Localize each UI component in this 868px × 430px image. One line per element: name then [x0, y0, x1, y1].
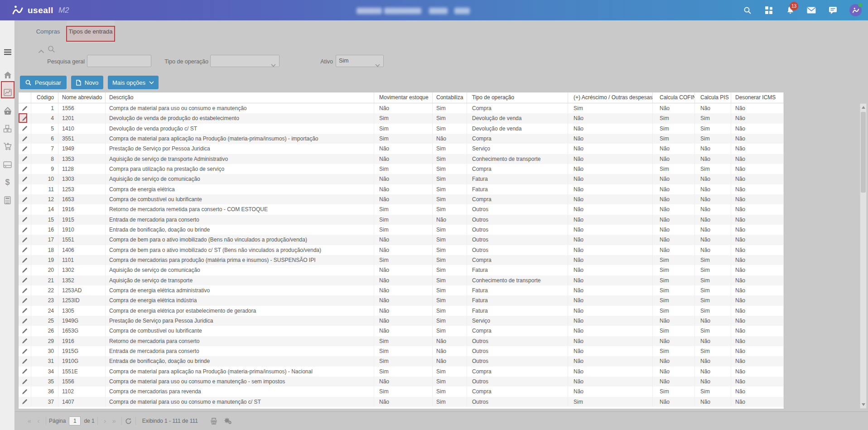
- scroll-down-arrow-icon[interactable]: [862, 403, 865, 406]
- table-row[interactable]: 111253Compra de energia elétricaNãoSimFa…: [19, 184, 784, 194]
- table-row[interactable]: 141916Retorno de mercadoria remetida par…: [19, 204, 784, 214]
- edit-cell[interactable]: [19, 215, 31, 225]
- column-header-codigo[interactable]: Código: [31, 92, 58, 103]
- column-header-descricao[interactable]: Descrição: [106, 92, 374, 103]
- table-row[interactable]: 51410Devolução de venda produção c/ STSi…: [19, 124, 784, 134]
- avatar[interactable]: [849, 4, 862, 16]
- table-row[interactable]: 41201Devolução de venda de produção do e…: [19, 113, 784, 123]
- edit-cell[interactable]: [19, 255, 31, 265]
- cart-plus-icon[interactable]: [0, 141, 15, 152]
- edit-cell[interactable]: [19, 113, 31, 123]
- vertical-scrollbar[interactable]: [860, 103, 867, 409]
- column-header-movimentar-estoque[interactable]: Movimentar estoque: [374, 92, 433, 103]
- next-page-button[interactable]: ›: [101, 416, 110, 425]
- edit-cell[interactable]: [19, 265, 31, 275]
- edit-cell[interactable]: [19, 346, 31, 356]
- search-icon[interactable]: [743, 6, 752, 15]
- column-header-nome-abreviado[interactable]: Nome abreviado: [58, 92, 106, 103]
- table-row[interactable]: 181406Compra de bem para o ativo imobili…: [19, 245, 784, 255]
- column-header-acrescimo-outras-despesas[interactable]: (+) Acréscimo / Outras despesas: [568, 92, 653, 103]
- edit-cell[interactable]: [19, 144, 31, 154]
- edit-cell[interactable]: [19, 295, 31, 305]
- calculator-icon[interactable]: [0, 195, 15, 206]
- table-row[interactable]: 211352Aquisição de serviço de transporte…: [19, 275, 784, 285]
- edit-cell[interactable]: [19, 103, 31, 113]
- table-row[interactable]: 231253IDCompra de energia elétrica indús…: [19, 295, 784, 305]
- print-icon[interactable]: [210, 417, 218, 425]
- table-row[interactable]: 121653Compra de combustível ou lubrifica…: [19, 194, 784, 204]
- novo-button[interactable]: Novo: [71, 76, 103, 89]
- pesquisa-geral-input[interactable]: [87, 55, 151, 67]
- purchases-basket-icon[interactable]: [0, 105, 15, 116]
- ativo-select[interactable]: Sim: [336, 55, 384, 67]
- chart-icon[interactable]: [0, 87, 15, 98]
- edit-cell[interactable]: [19, 377, 31, 387]
- edit-cell[interactable]: [19, 174, 31, 184]
- tipo-operacao-select[interactable]: [210, 55, 280, 67]
- edit-cell[interactable]: [19, 336, 31, 346]
- table-row[interactable]: 251949GPrestação de Serviço para Pessoa …: [19, 316, 784, 326]
- table-row[interactable]: 371407Compra de material para uso ou con…: [19, 397, 784, 407]
- table-row[interactable]: 151915Entrada de mercadoria para consert…: [19, 215, 784, 225]
- edit-cell[interactable]: [19, 235, 31, 245]
- edit-cell[interactable]: [19, 367, 31, 377]
- table-row[interactable]: 351556Compra de material para uso ou con…: [19, 377, 784, 387]
- edit-cell[interactable]: [19, 154, 31, 164]
- scrollbar-thumb[interactable]: [861, 112, 866, 193]
- first-page-button[interactable]: «: [25, 416, 34, 425]
- edit-cell[interactable]: [19, 194, 31, 204]
- table-row[interactable]: 301915GEntrada de mercadoria para conser…: [19, 346, 784, 356]
- menu-icon[interactable]: [0, 47, 15, 58]
- page-number-input[interactable]: [69, 416, 81, 425]
- table-row[interactable]: 171551Compra de bem para o ativo imobili…: [19, 235, 784, 245]
- refresh-icon[interactable]: [125, 417, 133, 425]
- pesquisar-button[interactable]: Pesquisar: [20, 76, 67, 89]
- tab-tipos-de-entrada[interactable]: Tipos de entrada: [67, 20, 115, 43]
- table-row[interactable]: 221253ADCompra de energia elétrica admin…: [19, 285, 784, 295]
- table-row[interactable]: 261653GCompra de combustível ou lubrific…: [19, 326, 784, 336]
- collapse-chevron-up-icon[interactable]: [38, 47, 44, 55]
- column-header-tipo-de-operacao[interactable]: Tipo de operação: [467, 92, 568, 103]
- last-page-button[interactable]: »: [110, 416, 119, 425]
- table-row[interactable]: 361102Compra de mercadorias para revenda…: [19, 387, 784, 396]
- table-row[interactable]: 201302Aquisição de serviço de comunicaçã…: [19, 265, 784, 275]
- bell-icon[interactable]: 13: [786, 6, 795, 15]
- home-icon[interactable]: [0, 69, 15, 80]
- edit-cell[interactable]: [19, 204, 31, 214]
- table-row[interactable]: 91128Compra para utilização na prestação…: [19, 164, 784, 174]
- table-row[interactable]: 63551Compra de material para aplicação n…: [19, 134, 784, 144]
- edit-cell[interactable]: [19, 184, 31, 194]
- edit-cell[interactable]: [19, 134, 31, 144]
- edit-cell[interactable]: [19, 124, 31, 134]
- edit-cell[interactable]: [19, 245, 31, 255]
- column-header-calcula-pis[interactable]: Calcula PIS: [695, 92, 731, 103]
- apps-grid-icon[interactable]: [764, 6, 773, 15]
- edit-cell[interactable]: [19, 387, 31, 396]
- edit-cell[interactable]: [19, 397, 31, 407]
- scroll-up-arrow-icon[interactable]: [862, 106, 865, 109]
- table-row[interactable]: 101303Aquisição de serviço de comunicaçã…: [19, 174, 784, 184]
- edit-cell[interactable]: [19, 225, 31, 235]
- edit-cell[interactable]: [19, 306, 31, 316]
- tab-compras[interactable]: Compras: [23, 20, 73, 43]
- edit-cell[interactable]: [19, 326, 31, 336]
- filter-search-icon[interactable]: [48, 45, 55, 55]
- edit-cell[interactable]: [19, 356, 31, 366]
- table-row[interactable]: 341551ECompra de material para aplicação…: [19, 367, 784, 377]
- column-header-calcula-cofins[interactable]: Calcula COFINS: [653, 92, 695, 103]
- table-row[interactable]: 71949Prestação de Serviço por Pessoa Jur…: [19, 144, 784, 154]
- mais-opcoes-button[interactable]: Mais opções: [108, 76, 159, 89]
- dollar-icon[interactable]: $: [0, 177, 15, 188]
- table-row[interactable]: 291916Retorno de mercadoria para consert…: [19, 336, 784, 346]
- table-row[interactable]: 311910GEntrada de bonificação, doação ou…: [19, 356, 784, 366]
- table-row[interactable]: 11556Compra de material para uso ou cons…: [19, 103, 784, 113]
- table-row[interactable]: 81353Aquisição de serviço de transporte …: [19, 154, 784, 164]
- edit-cell[interactable]: [19, 316, 31, 326]
- edit-cell[interactable]: [19, 275, 31, 285]
- stock-cubes-icon[interactable]: [0, 123, 15, 134]
- table-row[interactable]: 161910Entrada de bonificação, doação ou …: [19, 225, 784, 235]
- table-row[interactable]: 191101Compra de mercadorias para produçã…: [19, 255, 784, 265]
- mail-icon[interactable]: [807, 6, 816, 15]
- column-header-desonerar-icms[interactable]: Desonerar ICMS: [731, 92, 784, 103]
- prev-page-button[interactable]: ‹: [34, 416, 43, 425]
